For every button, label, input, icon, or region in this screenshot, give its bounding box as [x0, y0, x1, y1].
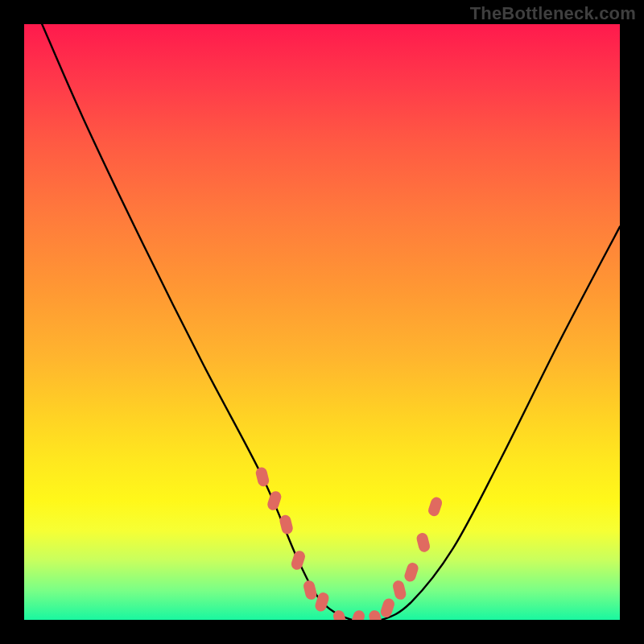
marker-dot [415, 531, 431, 553]
marker-dot [290, 549, 307, 571]
marker-dot [254, 466, 270, 488]
marker-dot [403, 561, 420, 583]
chart-svg [24, 24, 620, 620]
marker-dot [349, 609, 366, 620]
marker-dot [392, 580, 407, 601]
bottleneck-curve [42, 24, 620, 620]
outer-frame: TheBottleneck.com [0, 0, 644, 644]
marker-dot [303, 580, 318, 601]
marker-dot [427, 496, 444, 518]
plot-area [24, 24, 620, 620]
watermark-text: TheBottleneck.com [470, 3, 636, 24]
marker-dot [266, 489, 283, 511]
